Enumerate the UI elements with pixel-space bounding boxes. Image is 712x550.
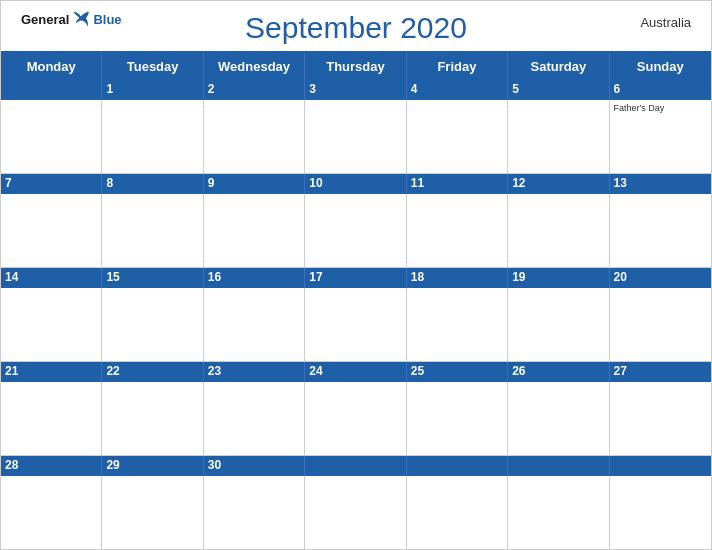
week-2: 7 8 9 10 11 12 13 [1,174,711,268]
day-headers-row: Monday Tuesday Wednesday Thursday Friday… [1,53,711,80]
w5d2-content [102,476,203,549]
calendar-container: General Blue September 2020 Australia Mo… [0,0,712,550]
w1d5-num: 4 [407,80,508,100]
week-1-numbers: 1 2 3 4 5 6 [1,80,711,100]
w3d2-num: 15 [102,268,203,288]
w2d7-num: 13 [610,174,711,194]
w2d6-num: 12 [508,174,609,194]
w3d2-content [102,288,203,361]
w2d1-content [1,194,102,267]
week-3-numbers: 14 15 16 17 18 19 20 [1,268,711,288]
week-5-numbers: 28 29 30 [1,456,711,476]
w4d4-num: 24 [305,362,406,382]
w3d3-content [204,288,305,361]
w1d4-num: 3 [305,80,406,100]
w1d3-num: 2 [204,80,305,100]
logo-area: General Blue [21,9,122,29]
logo-bird-icon [71,9,91,29]
header-wednesday: Wednesday [204,53,305,80]
w1d1-content [1,100,102,173]
w1d5-content [407,100,508,173]
week-2-numbers: 7 8 9 10 11 12 13 [1,174,711,194]
w1d4-content [305,100,406,173]
week-1-content: Father's Day [1,100,711,173]
week-5-content [1,476,711,549]
w4d1-num: 21 [1,362,102,382]
w5d5-num [407,456,508,476]
weeks-container: 1 2 3 4 5 6 Father's Day [1,80,711,549]
w3d5-content [407,288,508,361]
w5d4-content [305,476,406,549]
calendar-header: General Blue September 2020 Australia [1,1,711,51]
w2d3-num: 9 [204,174,305,194]
header-saturday: Saturday [508,53,609,80]
w4d7-num: 27 [610,362,711,382]
week-3-content [1,288,711,361]
w3d3-num: 16 [204,268,305,288]
w2d4-num: 10 [305,174,406,194]
w5d2-num: 29 [102,456,203,476]
w1d6-content [508,100,609,173]
w3d1-content [1,288,102,361]
w1d3-content [204,100,305,173]
w2d5-num: 11 [407,174,508,194]
calendar-title: September 2020 [245,11,467,45]
week-4-numbers: 21 22 23 24 25 26 27 [1,362,711,382]
w2d4-content [305,194,406,267]
w2d1-num: 7 [1,174,102,194]
w5d3-content [204,476,305,549]
w5d6-num [508,456,609,476]
w4d7-content [610,382,711,455]
w3d6-content [508,288,609,361]
w4d6-num: 26 [508,362,609,382]
w2d6-content [508,194,609,267]
w4d6-content [508,382,609,455]
w2d7-content [610,194,711,267]
w1d6-num: 5 [508,80,609,100]
w1d7-num: 6 [610,80,711,100]
w3d7-content [610,288,711,361]
week-3: 14 15 16 17 18 19 20 [1,268,711,362]
w1d1-num [1,80,102,100]
w4d4-content [305,382,406,455]
w3d1-num: 14 [1,268,102,288]
w5d5-content [407,476,508,549]
header-thursday: Thursday [305,53,406,80]
w4d1-content [1,382,102,455]
header-tuesday: Tuesday [102,53,203,80]
w3d7-num: 20 [610,268,711,288]
w5d7-num [610,456,711,476]
header-monday: Monday [1,53,102,80]
w3d4-content [305,288,406,361]
logo-general-text: General [21,13,69,26]
week-4: 21 22 23 24 25 26 27 [1,362,711,456]
w3d4-num: 17 [305,268,406,288]
w5d6-content [508,476,609,549]
logo-blue-text: Blue [93,13,121,26]
header-sunday: Sunday [610,53,711,80]
w5d7-content [610,476,711,549]
week-4-content [1,382,711,455]
week-1: 1 2 3 4 5 6 Father's Day [1,80,711,174]
fathers-day-label: Father's Day [614,103,707,114]
header-friday: Friday [407,53,508,80]
w4d3-num: 23 [204,362,305,382]
w1d7-content: Father's Day [610,100,711,173]
w2d2-num: 8 [102,174,203,194]
week-5: 28 29 30 [1,456,711,549]
w4d5-num: 25 [407,362,508,382]
week-2-content [1,194,711,267]
w4d5-content [407,382,508,455]
w5d4-num [305,456,406,476]
w2d2-content [102,194,203,267]
w1d2-num: 1 [102,80,203,100]
logo-brand: General Blue [21,9,122,29]
w5d1-num: 28 [1,456,102,476]
country-label: Australia [640,15,691,30]
w4d2-num: 22 [102,362,203,382]
w3d5-num: 18 [407,268,508,288]
w4d2-content [102,382,203,455]
w2d3-content [204,194,305,267]
w3d6-num: 19 [508,268,609,288]
w4d3-content [204,382,305,455]
